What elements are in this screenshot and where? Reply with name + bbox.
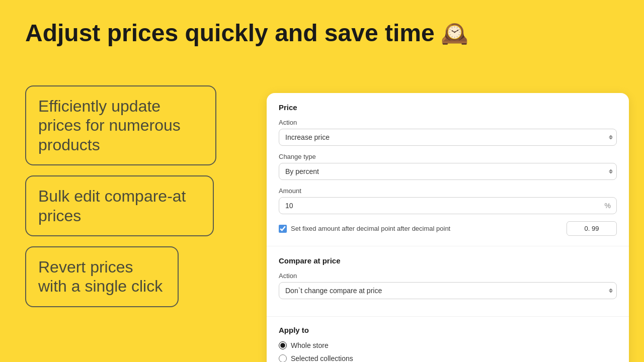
radio-row-selected-collections: Selected collections [279, 354, 617, 362]
decimal-checkbox-label: Set fixed amount after decimal point aft… [291, 225, 562, 232]
compare-action-select[interactable]: Don`t change compare at price Increase c… [279, 282, 617, 299]
compare-at-price-title: Compare at price [279, 256, 617, 265]
title-text: Adjust prices quickly and save time [25, 20, 435, 47]
radio-row-whole-store: Whole store [279, 341, 617, 349]
main-container: Adjust prices quickly and save time 🕰️ E… [0, 0, 644, 362]
clock-icon: 🕰️ [441, 21, 468, 45]
form-panel: Price Action Increase price Decrease pri… [267, 93, 629, 362]
feature-text-3: Revert prices with a single click [38, 257, 166, 296]
apply-to-title: Apply to [279, 326, 617, 334]
feature-box-2: Bulk edit compare-at prices [25, 175, 214, 236]
features-panel: Efficiently update prices for numerous p… [25, 85, 247, 307]
price-section-title: Price [279, 103, 617, 112]
change-type-group: Change type By percent By fixed amount [279, 153, 617, 180]
radio-whole-store[interactable] [279, 341, 287, 349]
decimal-checkbox-row: Set fixed amount after decimal point aft… [279, 221, 617, 236]
feature-box-3: Revert prices with a single click [25, 246, 179, 307]
action-group: Action Increase price Decrease price Set… [279, 119, 617, 146]
change-type-select-wrapper: By percent By fixed amount [279, 163, 617, 180]
price-section: Price Action Increase price Decrease pri… [267, 93, 629, 246]
change-type-label: Change type [279, 153, 617, 160]
amount-input[interactable] [279, 197, 617, 214]
compare-at-price-section: Compare at price Action Don`t change com… [267, 246, 629, 317]
amount-row: % [279, 197, 617, 214]
radio-label-selected-collections: Selected collections [291, 354, 353, 362]
compare-action-select-wrapper: Don`t change compare at price Increase c… [279, 282, 617, 299]
compare-action-group: Action Don`t change compare at price Inc… [279, 272, 617, 299]
radio-label-whole-store: Whole store [291, 341, 329, 349]
page-title: Adjust prices quickly and save time 🕰️ [25, 20, 619, 47]
action-select-wrapper: Increase price Decrease price Set price [279, 129, 617, 146]
apply-to-section: Apply to Whole store Selected collection… [267, 317, 629, 362]
decimal-input[interactable] [567, 221, 617, 236]
amount-label: Amount [279, 187, 617, 195]
amount-suffix: % [605, 202, 611, 210]
feature-box-1: Efficiently update prices for numerous p… [25, 85, 216, 165]
radio-selected-collections[interactable] [279, 354, 287, 362]
decimal-checkbox[interactable] [279, 225, 287, 233]
action-select[interactable]: Increase price Decrease price Set price [279, 129, 617, 146]
amount-group: Amount % [279, 187, 617, 214]
feature-text-2: Bulk edit compare-at prices [38, 187, 201, 225]
feature-text-1: Efficiently update prices for numerous p… [38, 97, 203, 154]
apply-to-radio-group: Whole store Selected collections Selecte… [279, 341, 617, 362]
compare-action-label: Action [279, 272, 617, 280]
action-label: Action [279, 119, 617, 126]
change-type-select[interactable]: By percent By fixed amount [279, 163, 617, 180]
